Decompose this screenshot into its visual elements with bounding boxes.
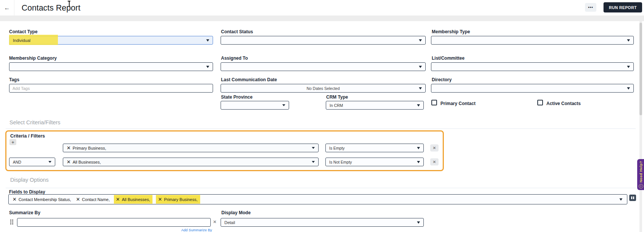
directory-label: Directory [432,77,452,82]
chevron-down-icon [419,87,422,90]
last-communication-date-label: Last Communication Date [221,77,277,82]
field-chip: ✕ Contact Membership Status, [12,196,71,202]
tags-label: Tags [9,77,19,82]
chip-remove-icon[interactable]: ✕ [76,196,80,202]
chevron-down-icon [417,104,420,107]
chip-text: Contact Name, [82,197,110,202]
chevron-down-icon [206,39,209,42]
membership-type-label: Membership Type [432,29,470,34]
field-chip: ✕ Contact Name, [76,196,110,202]
page-title: Contacts Report [22,3,80,13]
chevron-down-icon [312,147,315,149]
close-icon: ✕ [433,146,436,150]
chevron-down-icon [419,39,422,42]
directory-dropdown[interactable] [431,84,634,93]
criteria-operator-dropdown[interactable]: Is Not Empty [325,158,424,166]
fields-to-display-label: Fields to Display [9,189,45,195]
field-chip-highlighted: ✕ All Businesses, [114,195,153,204]
contact-status-dropdown[interactable] [221,36,426,45]
chevron-down-icon [282,104,285,106]
primary-contact-label: Primary Contact [440,101,476,106]
ellipsis-icon: ••• [588,5,593,9]
scrollbar-thumb[interactable] [639,23,642,115]
state-province-dropdown[interactable] [221,101,289,110]
chevron-down-icon [627,39,630,42]
display-mode-dropdown[interactable]: Detail [221,218,424,227]
primary-contact-checkbox[interactable] [431,100,437,105]
chip-text: Primary Business, [164,197,198,202]
chevron-down-icon [48,161,51,163]
more-options-button[interactable]: ••• [585,3,596,12]
membership-category-label: Membership Category [9,56,57,61]
need-help-label: Need Help? [637,160,644,183]
column-settings-button[interactable] [629,195,636,201]
assigned-to-dropdown[interactable] [221,62,426,71]
columns-icon [633,196,634,199]
chip-remove-icon[interactable]: ✕ [12,196,17,202]
criteria-conjunction-value: AND [13,160,21,164]
criteria-field-chip: ✕ Primary Business, [67,145,106,151]
list-committee-dropdown[interactable] [431,62,634,71]
field-chip-highlighted: ✕ Primary Business, [156,195,200,204]
membership-category-dropdown[interactable] [9,62,213,71]
chevron-down-icon [627,66,630,68]
chip-text: Contact Membership Status, [19,197,71,202]
remove-criteria-row-button[interactable]: ✕ [430,144,439,152]
clear-summarize-button[interactable]: ✕ [213,220,216,224]
criteria-operator-value: Is Empty [329,146,345,150]
chip-remove-icon[interactable]: ✕ [158,196,162,202]
crm-type-value: In CRM [330,103,343,108]
fields-to-display-dropdown[interactable]: ✕ Contact Membership Status, ✕ Contact N… [8,194,627,204]
chip-remove-icon[interactable]: ✕ [67,159,71,165]
active-contacts-checkbox[interactable] [537,100,543,105]
contacts-report-page: ← Contacts Report ••• RUN REPORT Contact… [0,0,644,232]
state-province-label: State Province [221,94,252,100]
crm-type-label: CRM Type [326,94,348,100]
help-icon: ? [639,184,643,189]
criteria-field-dropdown[interactable]: ✕ Primary Business, [63,144,319,152]
chip-text: All Businesses, [73,160,101,164]
last-communication-date-value: No Dates Selected [306,86,340,91]
criteria-field-chip: ✕ All Businesses, [67,159,101,165]
summarize-by-label: Summarize By [9,210,40,215]
remove-criteria-row-button[interactable]: ✕ [430,158,439,165]
display-options-section-title: Display Options [10,177,49,183]
chip-remove-icon[interactable]: ✕ [116,196,120,202]
display-mode-label: Display Mode [221,210,250,215]
chevron-down-icon [312,161,315,163]
add-summarize-by-link[interactable]: Add Summarize By [181,228,212,232]
tags-input[interactable] [9,84,213,93]
crm-type-dropdown[interactable]: In CRM [326,101,424,110]
criteria-operator-value: Is Not Empty [329,160,352,164]
summarize-by-input[interactable] [17,218,211,227]
add-criteria-button[interactable]: + [9,139,16,145]
chip-remove-icon[interactable]: ✕ [67,145,71,151]
plus-icon: + [11,140,14,145]
membership-type-dropdown[interactable] [431,36,634,45]
back-button[interactable]: ← [0,0,14,15]
chevron-down-icon [619,198,622,201]
chevron-down-icon [419,66,422,68]
active-contacts-label: Active Contacts [546,101,581,106]
chip-text: Primary Business, [73,146,106,150]
back-arrow-icon: ← [4,5,10,11]
need-help-tab[interactable]: Need Help? ? [637,159,644,190]
columns-icon [631,196,632,199]
criteria-conjunction-dropdown[interactable]: AND [9,158,55,166]
list-committee-label: List/Committee [432,56,465,61]
close-icon: ✕ [213,220,216,224]
header-divider-strip [0,15,644,21]
last-communication-date-dropdown[interactable]: No Dates Selected [221,84,426,93]
chip-text: All Businesses, [122,197,150,202]
section-divider [6,128,636,129]
display-mode-value: Detail [224,220,235,225]
chevron-down-icon [627,87,630,90]
assigned-to-label: Assigned To [221,56,248,61]
run-report-button[interactable]: RUN REPORT [604,2,642,12]
criteria-operator-dropdown[interactable]: Is Empty [325,144,424,152]
drag-handle-icon[interactable] [10,220,13,225]
select-criteria-section-title: Select Criteria/Filters [9,119,61,125]
close-icon: ✕ [433,160,436,164]
criteria-filters-label: Criteria / Filters [10,133,45,139]
criteria-field-dropdown[interactable]: ✕ All Businesses, [63,158,319,166]
